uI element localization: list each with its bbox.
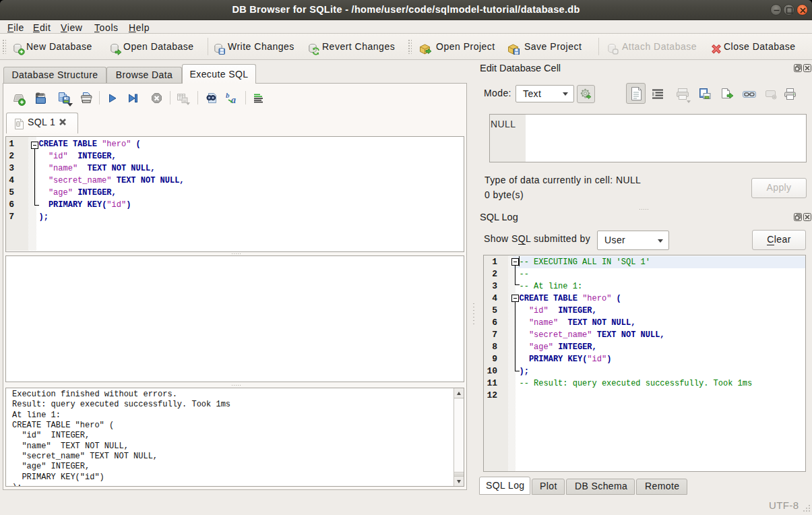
svg-text:b: b — [226, 92, 230, 99]
svg-text:a: a — [231, 95, 236, 105]
